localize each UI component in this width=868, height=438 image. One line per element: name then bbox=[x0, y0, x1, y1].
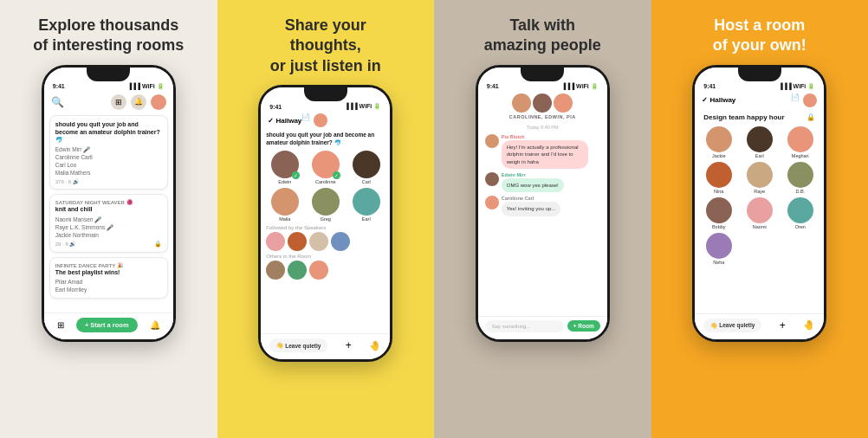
speaker-avatar-malia bbox=[271, 188, 299, 216]
phone1-room-list: should you quit your job and become an a… bbox=[44, 113, 173, 312]
apps-icon[interactable]: ⊞ bbox=[57, 320, 64, 330]
chat-msg-1: Pia Blutch Hey! I'm actually a professio… bbox=[485, 134, 600, 169]
leave-label-2: Leave quietly bbox=[285, 343, 321, 349]
room-card-2[interactable]: SATURDAY NIGHT WEAVER 🧶 knit and chill N… bbox=[49, 194, 168, 252]
participant-name-earl: Earl bbox=[755, 153, 764, 158]
speakers-grid-row1: Edwin Carolinne Carl bbox=[266, 151, 385, 184]
participant-neha: Neha bbox=[700, 233, 737, 265]
speaker-avatar-carolinne bbox=[312, 151, 340, 178]
participant-name-meghan: Meghan bbox=[792, 153, 809, 158]
chat-avatar-3 bbox=[485, 196, 499, 209]
room-1-meta: 376 · 6 🔊 bbox=[55, 178, 162, 184]
chat-bubble-2: Edwin Mirr OMG wow yes please! bbox=[502, 172, 564, 192]
chat-msg-3: Carolinne Carl Yes! inviting you up... bbox=[485, 196, 600, 216]
say-something-input[interactable]: Say something... bbox=[485, 320, 564, 332]
speaker-avatar-earl bbox=[353, 188, 380, 216]
bell-icon[interactable]: 🔔 bbox=[131, 94, 146, 110]
speakers-grid-row2: Malia Greg Earl bbox=[266, 188, 385, 222]
status-icons-4: ▐▐▐ WiFi 🔋 bbox=[779, 83, 815, 90]
participant-name-raye: Raye bbox=[754, 189, 765, 194]
participant-naomi: Naomi bbox=[741, 197, 778, 229]
plus-icon-4[interactable]: + bbox=[780, 319, 786, 332]
chat-bubble-1: Pia Blutch Hey! I'm actually a professio… bbox=[502, 134, 588, 169]
bubble-3: Yes! inviting you up... bbox=[502, 202, 560, 216]
speaker-avatar-carl bbox=[353, 151, 380, 178]
speaker-name-edwin: Edwin bbox=[278, 179, 291, 184]
chat-avatar-1 bbox=[485, 134, 499, 148]
phone3-header: CAROLINNE, EDWIN, PIA bbox=[478, 92, 607, 122]
speaker-name-malia: Malia bbox=[279, 216, 290, 222]
followed-3 bbox=[309, 232, 328, 251]
start-room-label: + Start a room bbox=[85, 321, 129, 329]
participant-name-neha: Neha bbox=[713, 260, 724, 265]
time-4: 9:41 bbox=[703, 83, 716, 89]
doc-icon-4[interactable]: 📄 bbox=[791, 93, 800, 107]
room-title-2: should you quit your job and become an a… bbox=[266, 132, 385, 146]
speaker-edwin: Edwin bbox=[266, 151, 303, 184]
profile-avatar-2[interactable] bbox=[314, 113, 327, 127]
room-1-participants: Edwin Mirr 🎤 Carolinne Carll Carl Loo Ma… bbox=[55, 145, 162, 177]
chat-msg-2: Edwin Mirr OMG wow yes please! bbox=[485, 172, 600, 192]
room-button[interactable]: + Room bbox=[567, 320, 600, 332]
phone-3: 9:41 ▐▐▐ WiFi 🔋 CAROLINNE, EDWIN, PIA To… bbox=[476, 65, 610, 342]
speaker-name-greg: Greg bbox=[321, 216, 331, 222]
status-icons-3: ▐▐▐ WiFi 🔋 bbox=[561, 83, 598, 90]
time-3: 9:41 bbox=[487, 83, 499, 89]
phone2-bottom: 👋 Leave quietly + 🤚 bbox=[261, 333, 390, 359]
phone-4: 9:41 ▐▐▐ WiFi 🔋 ✓ Hallway 📄 Design team … bbox=[692, 65, 826, 342]
hand-icon-4[interactable]: 🤚 bbox=[803, 319, 815, 331]
status-icons-1: ▐▐▐ WiFi 🔋 bbox=[127, 83, 165, 90]
participant-avatar-meghan bbox=[787, 126, 813, 152]
start-room-button[interactable]: + Start a room bbox=[76, 318, 138, 332]
doc-icon-2[interactable]: 📄 bbox=[301, 113, 310, 127]
phone4-header: ✓ Hallway 📄 bbox=[695, 92, 824, 110]
chat-avatar-2 bbox=[485, 172, 499, 186]
room-card-3[interactable]: INFINITE DANCE PARTY 🎉 The best playlist… bbox=[49, 257, 168, 299]
phone4-header-icons: 📄 bbox=[791, 93, 817, 107]
room-2-tag: SATURDAY NIGHT WEAVER 🧶 bbox=[55, 199, 162, 205]
speaker-carolinne: Carolinne bbox=[307, 151, 344, 184]
participant-avatar-db bbox=[787, 162, 813, 188]
say-placeholder: Say something... bbox=[492, 324, 531, 329]
participants-grid: Jackie Earl Meghan Nina bbox=[700, 123, 819, 268]
panel-1-title: Explore thousands of interesting rooms bbox=[33, 16, 184, 56]
bell-nav-icon[interactable]: 🔔 bbox=[150, 320, 160, 330]
profile-avatar[interactable] bbox=[151, 94, 166, 110]
wave-icon-4: 👋 bbox=[710, 322, 717, 329]
phone3-bottom: Say something... + Room bbox=[478, 316, 607, 339]
status-bar-2: 9:41 ▐▐▐ WiFi 🔋 bbox=[261, 87, 390, 112]
room-2-participants: Naomi Mansen 🎤 Raye L.K. Simmons 🎤 Jacki… bbox=[55, 216, 162, 239]
speaker-greg: Greg bbox=[307, 188, 344, 222]
plus-icon-2[interactable]: + bbox=[346, 339, 352, 351]
room4-title: Design team happy hour 🔒 bbox=[700, 112, 819, 123]
leave-label-4: Leave quietly bbox=[719, 322, 755, 328]
hallway-label-4: ✓ Hallway bbox=[702, 96, 735, 104]
participant-name-naomi: Naomi bbox=[753, 224, 767, 229]
header-avatar-3 bbox=[554, 93, 573, 113]
header-avatar-1 bbox=[512, 93, 531, 113]
phone4-bottom: 👋 Leave quietly + 🤚 bbox=[695, 313, 824, 339]
followed-2 bbox=[288, 232, 307, 251]
phone1-nav-icons: ⊞ 🔔 bbox=[111, 94, 166, 110]
participant-meghan: Meghan bbox=[781, 126, 819, 158]
phone2-header: ✓ Hallway 📄 bbox=[261, 112, 390, 130]
participant-name-jackie: Jackie bbox=[712, 153, 726, 158]
panel-4-title: Host a room of your own! bbox=[713, 16, 806, 56]
grid-icon[interactable]: ⊞ bbox=[111, 94, 126, 110]
search-icon[interactable]: 🔍 bbox=[51, 96, 64, 108]
chat-area: Today 9:40 PM Pia Blutch Hey! I'm actual… bbox=[478, 122, 607, 316]
panel-host: Host a room of your own! 9:41 ▐▐▐ WiFi 🔋… bbox=[651, 0, 869, 438]
bubble-2: OMG wow yes please! bbox=[502, 178, 564, 192]
sender-1: Pia Blutch bbox=[502, 134, 588, 139]
participant-db: D.B. bbox=[781, 162, 819, 194]
leave-quietly-btn-2[interactable]: 👋 Leave quietly bbox=[269, 338, 327, 352]
sender-3: Carolinne Carl bbox=[502, 196, 560, 201]
room-card-1[interactable]: should you quit your job and become an a… bbox=[49, 115, 168, 190]
chat-bubble-3: Carolinne Carl Yes! inviting you up... bbox=[502, 196, 560, 216]
profile-avatar-4[interactable] bbox=[803, 93, 817, 107]
room-1-title: should you quit your job and become an a… bbox=[55, 120, 162, 144]
phone3-avatars bbox=[512, 93, 573, 113]
leave-quietly-btn-4[interactable]: 👋 Leave quietly bbox=[703, 319, 761, 332]
hand-icon-2[interactable]: 🤚 bbox=[369, 340, 381, 351]
speaker-name-carl: Carl bbox=[362, 179, 371, 184]
